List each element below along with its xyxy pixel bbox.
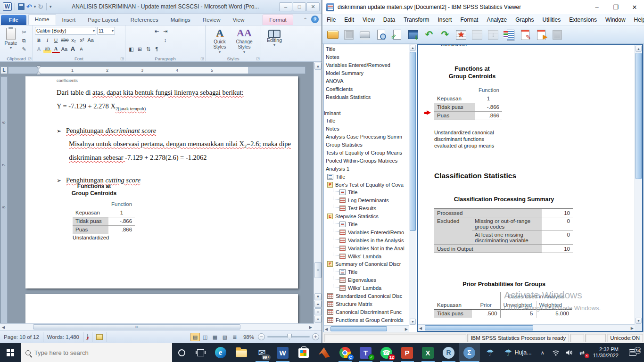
strikethrough-button[interactable]: abe bbox=[60, 36, 69, 44]
help-icon[interactable]: ? bbox=[311, 16, 319, 23]
word-count[interactable]: Words: 1,480 bbox=[43, 332, 83, 342]
outline-item-notes[interactable]: Notes bbox=[324, 125, 409, 133]
sc roll-left-icon[interactable]: ◀ bbox=[2, 325, 5, 329]
go-to-chart-icon[interactable]: ★ bbox=[454, 28, 468, 41]
outline-item-test-results[interactable]: Test Results bbox=[324, 205, 409, 213]
content-vertical-scrollbar[interactable]: ▲ ▼ bbox=[635, 45, 642, 324]
editing-button[interactable]: Editing ▾ bbox=[263, 27, 286, 54]
classification-processing-summary-table[interactable]: Processed 10 Excluded Missing or out-of-… bbox=[434, 208, 573, 253]
print-preview-icon[interactable] bbox=[374, 28, 388, 41]
outline-item-analysis-case-processing-summ[interactable]: Analysis Case Processing Summ bbox=[324, 133, 409, 141]
wifi-icon[interactable] bbox=[550, 343, 562, 362]
outline-item-title[interactable]: Title bbox=[324, 117, 409, 125]
powerpoint-taskbar-button[interactable]: P bbox=[397, 343, 418, 362]
underline-button[interactable]: U bbox=[52, 36, 60, 44]
font-color-button[interactable]: A bbox=[52, 46, 60, 53]
scroll-up-icon[interactable]: ▲ bbox=[636, 46, 642, 52]
outline-item-canonical-discriminant-func[interactable]: Canonical Discriminant Func bbox=[324, 308, 409, 316]
volume-icon[interactable] bbox=[563, 343, 575, 362]
outline-item-coefficients[interactable]: Coefficients bbox=[324, 85, 409, 93]
undo-icon[interactable]: ↶ bbox=[422, 28, 436, 41]
show-hidden-icons-chevron[interactable]: ∧ bbox=[537, 343, 549, 362]
taskbar-search[interactable] bbox=[21, 343, 172, 362]
outline-item-discriminant[interactable]: Discriminant bbox=[324, 109, 409, 117]
highlight-button[interactable]: ab bbox=[43, 45, 51, 53]
excel-taskbar-button[interactable]: X bbox=[418, 343, 438, 362]
document-page-next[interactable] bbox=[25, 294, 298, 323]
open-file-icon[interactable] bbox=[326, 28, 340, 41]
show-marks-button[interactable]: ¶ bbox=[153, 45, 161, 53]
copy-icon[interactable]: ⧉ bbox=[20, 37, 28, 45]
spss-output-canvas[interactable]: coefficients Functions at Group Centroid… bbox=[418, 45, 635, 324]
outline-item-title[interactable]: Title bbox=[324, 173, 409, 181]
scroll-left-icon[interactable]: ◀ bbox=[325, 327, 328, 331]
action-center-button[interactable]: 34 bbox=[623, 349, 642, 356]
outline-item-functions-at-group-centroids[interactable]: Functions at Group Centroids bbox=[324, 316, 409, 324]
microsoft-store-taskbar-button[interactable] bbox=[293, 343, 314, 362]
undo-dropdown-icon[interactable]: ▾ bbox=[34, 4, 36, 9]
outline-item-variables-not-in-the-anal[interactable]: Variables Not in the Anal bbox=[324, 244, 409, 252]
redo-icon[interactable]: ↷ bbox=[438, 28, 452, 41]
sort-button[interactable]: ⇅ bbox=[144, 45, 152, 53]
numbering-button[interactable] bbox=[136, 27, 144, 35]
matlab-taskbar-button[interactable] bbox=[314, 343, 335, 362]
outline-item-wilks-lambda[interactable]: Wilks' Lambda bbox=[324, 284, 409, 292]
outline-item-title[interactable]: Title bbox=[324, 189, 409, 197]
clipboard-dialog-launcher-icon[interactable]: ◲ bbox=[28, 57, 32, 61]
export-icon[interactable] bbox=[390, 28, 404, 41]
text-effects-button[interactable]: A bbox=[35, 45, 43, 53]
zoom-in-button[interactable]: + bbox=[312, 333, 319, 340]
tab-format[interactable]: Format bbox=[263, 15, 293, 25]
scroll-right-icon[interactable]: ▶ bbox=[405, 327, 408, 331]
weather-umbrella-taskbar-button[interactable]: ☂ bbox=[480, 343, 501, 362]
word-vertical-scrollbar[interactable]: ▲ ▼ ⏶ ○ ⏷ bbox=[314, 62, 322, 323]
outline-item-title[interactable]: Title bbox=[324, 45, 409, 53]
chrome-taskbar-button[interactable]: C bbox=[335, 343, 355, 362]
align-right-button[interactable] bbox=[144, 36, 152, 44]
outline-item-tests-of-equality-of-group-means[interactable]: Tests of Equality of Group Means bbox=[324, 149, 409, 157]
font-name-select[interactable]: Calibri (Body)▾ bbox=[35, 27, 96, 35]
borders-button[interactable]: ⊞ bbox=[136, 45, 144, 53]
outline-item-variables-entered-remo[interactable]: Variables Entered/Remo bbox=[324, 228, 409, 236]
tab-review[interactable]: Review bbox=[197, 15, 227, 25]
weather-widget[interactable]: ☂ Huja... bbox=[501, 347, 536, 358]
format-painter-icon[interactable]: ✎ bbox=[20, 46, 28, 53]
outline-horizontal-scrollbar[interactable]: ◀ ▶ bbox=[324, 325, 409, 332]
web-layout-button[interactable]: ▦ bbox=[210, 333, 220, 341]
menu-utilities[interactable]: Utilities bbox=[538, 15, 565, 25]
menu-window[interactable]: Window bbox=[601, 15, 630, 25]
outline-item-group-statistics[interactable]: Group Statistics bbox=[324, 141, 409, 149]
tab-mailings[interactable]: Mailings bbox=[165, 15, 197, 25]
shading-button[interactable]: ◧ bbox=[127, 45, 135, 53]
tab-insert[interactable]: Insert bbox=[56, 15, 82, 25]
menu-transform[interactable]: Transform bbox=[399, 15, 433, 25]
word-logo-icon[interactable]: W bbox=[3, 2, 12, 11]
outline-vertical-scrollbar[interactable]: ▲ ▼ bbox=[409, 44, 416, 325]
variables-icon[interactable] bbox=[502, 28, 516, 41]
outline-item-standardized-canonical-disc[interactable]: Standardized Canonical Disc bbox=[324, 292, 409, 300]
taskbar-clock[interactable]: 2:32 PM 11/30/2022 bbox=[589, 346, 622, 359]
zoom-slider-thumb[interactable] bbox=[287, 334, 292, 340]
outline-view-button[interactable]: ▧ bbox=[220, 333, 230, 341]
outline-item-box-s-test-of-equality-of-cova[interactable]: EBox's Test of Equality of Cova bbox=[324, 181, 409, 189]
change-case-button[interactable]: Aa bbox=[60, 45, 68, 53]
paste-button[interactable]: Paste ▾ bbox=[2, 27, 20, 54]
styles-dialog-launcher-icon[interactable]: ◲ bbox=[256, 57, 260, 61]
scrollbar-thumb[interactable] bbox=[425, 325, 533, 330]
outline-item-notes[interactable]: Notes bbox=[324, 53, 409, 61]
font-dialog-launcher-icon[interactable]: ◲ bbox=[120, 57, 124, 61]
change-styles-button[interactable]: AA Change Styles▾ bbox=[232, 27, 256, 54]
outline-item-model-summary[interactable]: Model Summary bbox=[324, 69, 409, 77]
tab-view[interactable]: View bbox=[227, 15, 251, 25]
grow-font-button[interactable]: A bbox=[69, 45, 77, 53]
menu-file[interactable]: File bbox=[322, 15, 340, 25]
outline-item-analysis-1[interactable]: Analysis 1 bbox=[324, 165, 409, 173]
menu-help[interactable]: Help bbox=[630, 15, 644, 25]
menu-insert[interactable]: Insert bbox=[433, 15, 456, 25]
scroll-right-icon[interactable]: ▶ bbox=[309, 325, 312, 329]
scrollbar-thumb[interactable] bbox=[636, 53, 642, 179]
scroll-up-icon[interactable]: ▲ bbox=[314, 63, 322, 70]
menu-graphs[interactable]: Graphs bbox=[511, 15, 538, 25]
menu-extensions[interactable]: Extensions bbox=[565, 15, 601, 25]
print-layout-button[interactable]: ▤ bbox=[190, 333, 200, 341]
